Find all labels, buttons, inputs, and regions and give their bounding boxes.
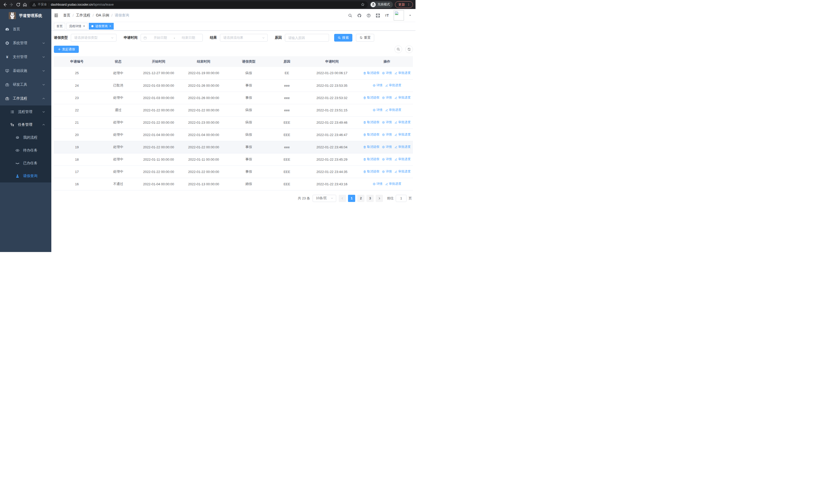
approval-progress-link[interactable]: 审批进度: [395, 95, 411, 100]
cancel-leave-link[interactable]: 取消请假: [363, 157, 379, 161]
breadcrumb-separator: /: [93, 13, 94, 18]
approval-progress-link[interactable]: 审批进度: [395, 157, 411, 161]
tab-home[interactable]: 首页: [54, 23, 65, 30]
search-button[interactable]: 搜索: [334, 34, 352, 41]
cell-actions: 取消请假详情审批进度: [361, 67, 413, 79]
cancel-leave-link[interactable]: 取消请假: [363, 95, 379, 100]
browser-update-button[interactable]: 更新: [395, 1, 413, 8]
sidebar-item-devtools[interactable]: 研发工具: [0, 78, 51, 92]
url-text[interactable]: dashboard.yudao.iocoder.cn/bpm/oa/leave: [51, 3, 114, 6]
detail-link[interactable]: 详情: [382, 71, 392, 75]
leave-type-label: 请假类型: [54, 35, 68, 40]
close-icon[interactable]: ×: [109, 25, 111, 28]
approval-progress-link[interactable]: 审批进度: [395, 145, 411, 149]
sidebar-item-process-mgmt[interactable]: 流程管理: [0, 106, 51, 118]
tab-process-detail[interactable]: 流程详情×: [66, 23, 87, 30]
result-select[interactable]: 请选择流结果: [220, 34, 268, 41]
approval-progress-link[interactable]: 审批进度: [395, 71, 411, 75]
page-size-select[interactable]: 10条/页: [313, 195, 336, 202]
detail-link[interactable]: 详情: [373, 83, 383, 88]
security-label[interactable]: 不安全: [38, 2, 47, 7]
cell-applied: 2022-01-22 23:49:46: [303, 116, 361, 128]
reset-button[interactable]: 重置: [356, 34, 374, 41]
prev-page-button[interactable]: [339, 195, 346, 202]
approval-progress-link[interactable]: 审批进度: [385, 83, 401, 88]
leave-type-select[interactable]: 请选择请假类型: [71, 34, 116, 41]
home-icon[interactable]: [23, 2, 27, 7]
cancel-leave-link[interactable]: 取消请假: [363, 169, 379, 174]
incognito-icon: [371, 2, 376, 7]
fullscreen-icon[interactable]: [376, 13, 380, 18]
reason-input-wrap: [285, 34, 329, 41]
sidebar-item-home[interactable]: 首页: [0, 22, 51, 36]
detail-link[interactable]: 详情: [373, 182, 383, 186]
detail-link[interactable]: 详情: [382, 169, 392, 174]
forward-icon[interactable]: [9, 2, 14, 7]
sidebar-item-leave-query[interactable]: 请假查询: [0, 170, 51, 182]
cancel-leave-link[interactable]: 取消请假: [363, 145, 379, 149]
sidebar-item-done-tasks[interactable]: 已办任务: [0, 157, 51, 170]
page-button-3[interactable]: 3: [367, 195, 374, 202]
url-bar[interactable]: 不安全 dashboard.yudao.iocoder.cn/bpm/oa/le…: [29, 1, 368, 8]
page-button-1[interactable]: 1: [348, 195, 355, 202]
create-leave-button[interactable]: 发起请假: [54, 46, 79, 53]
page-button-2[interactable]: 2: [357, 195, 365, 202]
cancel-leave-link[interactable]: 取消请假: [363, 120, 379, 124]
breadcrumb-home[interactable]: 首页: [63, 13, 70, 18]
cancel-leave-link[interactable]: 取消请假: [363, 71, 379, 75]
apply-time-range-picker[interactable]: 开始日期 - 结束日期: [141, 34, 203, 41]
sidebar-item-label: 请假查询: [23, 174, 37, 178]
browser-menu-icon[interactable]: [407, 3, 410, 6]
caret-down-icon[interactable]: [409, 14, 411, 17]
close-icon[interactable]: ×: [83, 25, 85, 28]
sidebar-item-system[interactable]: 系统管理: [0, 36, 51, 50]
cell-id: 21: [54, 116, 100, 128]
cell-applied: 2022-01-22 23:46:47: [303, 128, 361, 141]
approval-progress-link[interactable]: 审批进度: [385, 182, 401, 186]
pen-icon: [395, 71, 398, 75]
breadcrumb-workflow[interactable]: 工作流程: [76, 13, 90, 18]
sidebar-item-todo-tasks[interactable]: 待办任务: [0, 144, 51, 157]
sidebar-item-payment[interactable]: ¥ 支付管理: [0, 50, 51, 64]
sidebar-item-task-mgmt[interactable]: 任务管理: [0, 118, 51, 131]
toggle-search-button[interactable]: [395, 46, 402, 53]
reason-input[interactable]: [288, 36, 326, 40]
reload-icon[interactable]: [16, 2, 21, 7]
detail-link[interactable]: 详情: [382, 95, 392, 100]
app-logo-row[interactable]: 芋道管理系统: [0, 9, 51, 22]
col-reason: 原因: [271, 56, 303, 67]
search-icon: [397, 48, 400, 51]
back-icon[interactable]: [3, 2, 7, 7]
detail-link[interactable]: 详情: [382, 132, 392, 137]
next-page-button[interactable]: [376, 195, 383, 202]
sidebar-item-my-process[interactable]: 我的流程: [0, 131, 51, 144]
sidebar-collapse-icon[interactable]: [54, 13, 58, 18]
cell-end: 2022-01-13 00:00:00: [181, 178, 227, 190]
monitor-icon: [5, 69, 9, 73]
sidebar-item-workflow[interactable]: 工作流程: [0, 92, 51, 106]
view-icon: [382, 133, 385, 136]
goto-page: 前往 页: [387, 195, 412, 202]
goto-page-input[interactable]: [396, 195, 406, 202]
avatar[interactable]: [394, 10, 404, 21]
view-icon: [382, 71, 385, 75]
tab-leave-query[interactable]: 请假查询×: [89, 23, 114, 30]
font-size-icon[interactable]: TT: [385, 13, 389, 18]
sidebar-item-infra[interactable]: 基础设施: [0, 64, 51, 78]
approval-progress-link[interactable]: 审批进度: [395, 132, 411, 137]
approval-progress-link[interactable]: 审批进度: [395, 120, 411, 124]
help-icon[interactable]: [367, 13, 371, 18]
approval-progress-link[interactable]: 审批进度: [395, 169, 411, 174]
detail-link[interactable]: 详情: [382, 120, 392, 124]
detail-link[interactable]: 详情: [382, 145, 392, 149]
detail-link[interactable]: 详情: [382, 157, 392, 161]
github-icon[interactable]: [357, 13, 362, 18]
bookmark-star-icon[interactable]: [361, 3, 365, 6]
breadcrumb-oa[interactable]: OA 示例: [96, 13, 109, 18]
approval-progress-link[interactable]: 审批进度: [385, 108, 401, 112]
search-icon[interactable]: [348, 13, 352, 18]
detail-link[interactable]: 详情: [373, 108, 383, 112]
cancel-leave-link[interactable]: 取消请假: [363, 132, 379, 137]
table-row: 23处理中2022-01-03 00:00:002022-01-26 00:00…: [54, 92, 413, 104]
refresh-table-button[interactable]: [405, 46, 413, 53]
